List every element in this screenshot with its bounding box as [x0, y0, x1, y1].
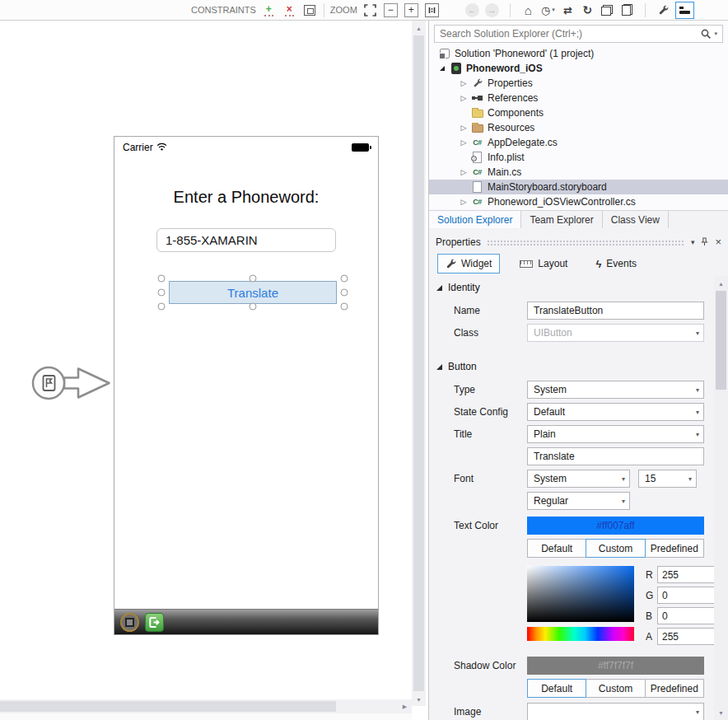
- tab-solution-explorer[interactable]: Solution Explorer: [429, 211, 521, 228]
- scrollbar-thumb[interactable]: [413, 35, 424, 691]
- back-button[interactable]: ←: [464, 2, 480, 18]
- scroll-down-icon[interactable]: ▼: [714, 706, 728, 719]
- title-style-dropdown[interactable]: Plain ▾: [527, 425, 704, 443]
- tree-item-appdelegate[interactable]: ▷ C# AppDelegate.cs: [429, 135, 728, 150]
- chevron-collapsed-icon[interactable]: ▷: [457, 168, 470, 176]
- tree-item-references[interactable]: ▷ References: [429, 91, 728, 105]
- tree-item-viewcontroller[interactable]: ▷ C# Phoneword_iOSViewController.cs: [429, 194, 728, 209]
- font-name-dropdown[interactable]: System ▾: [527, 470, 630, 488]
- zoom-in-button[interactable]: +: [404, 2, 419, 18]
- text-color-default-button[interactable]: Default: [527, 539, 586, 558]
- properties-title-bar[interactable]: Properties ▾ ×: [429, 233, 728, 250]
- collapse-all-button[interactable]: [600, 2, 615, 18]
- tab-events[interactable]: ϟ Events: [587, 254, 645, 274]
- scroll-up-icon[interactable]: ▲: [412, 21, 426, 35]
- scrollbar-thumb[interactable]: [716, 291, 726, 390]
- alpha-input[interactable]: [657, 628, 714, 645]
- shadow-color-swatch[interactable]: #ff7f7f7f: [527, 657, 704, 675]
- remove-constraint-button[interactable]: ×: [282, 2, 297, 18]
- tab-class-view[interactable]: Class View: [603, 211, 669, 228]
- section-button[interactable]: Button: [429, 355, 714, 376]
- text-color-swatch[interactable]: #ff007aff: [527, 517, 704, 535]
- initial-view-controller-handle[interactable]: [30, 360, 112, 409]
- pending-changes-filter-button[interactable]: ◷ ▾: [540, 2, 556, 18]
- selection-handle[interactable]: [341, 303, 348, 311]
- tab-team-explorer[interactable]: Team Explorer: [521, 211, 602, 228]
- tab-widget[interactable]: Widget: [437, 254, 500, 274]
- tree-item-maincs[interactable]: ▷ C# Main.cs: [429, 165, 728, 180]
- shadow-color-default-button[interactable]: Default: [527, 679, 586, 698]
- phoneword-heading-label[interactable]: Enter a Phoneword:: [114, 188, 378, 207]
- selection-handle[interactable]: [341, 275, 348, 283]
- chevron-collapsed-icon[interactable]: ▷: [457, 138, 470, 147]
- tab-layout[interactable]: Layout: [511, 254, 576, 274]
- properties-tool-button[interactable]: [656, 2, 671, 18]
- exit-segue-icon[interactable]: [145, 613, 164, 632]
- tree-item-project[interactable]: Phoneword_iOS: [429, 61, 728, 76]
- section-identity[interactable]: Identity: [429, 276, 714, 297]
- zoom-out-button[interactable]: −: [383, 2, 399, 18]
- search-button[interactable]: ▾: [695, 28, 722, 40]
- search-input[interactable]: [435, 28, 695, 40]
- chevron-collapsed-icon[interactable]: ▷: [457, 124, 470, 132]
- designer-horizontal-scrollbar[interactable]: ▶: [0, 699, 412, 713]
- shadow-color-predefined-button[interactable]: Predefined: [645, 679, 704, 698]
- shadow-color-custom-button[interactable]: Custom: [586, 679, 645, 698]
- selection-handle[interactable]: [158, 275, 166, 283]
- name-input[interactable]: [527, 302, 704, 320]
- scroll-right-icon[interactable]: ▶: [398, 699, 412, 713]
- selection-handle[interactable]: [341, 289, 348, 297]
- preview-selected-items-button[interactable]: [675, 2, 694, 19]
- storyboard-design-surface[interactable]: Carrier Enter a Phoneword: 1-855-XAMARIN…: [0, 21, 428, 720]
- phoneword-text-field[interactable]: 1-855-XAMARIN: [156, 228, 336, 252]
- chevron-expanded-icon[interactable]: [436, 66, 449, 71]
- class-dropdown[interactable]: UIButton ▾: [527, 324, 704, 342]
- refresh-button[interactable]: ↻: [580, 2, 595, 18]
- scroll-down-icon[interactable]: ▼: [412, 693, 426, 706]
- blue-input[interactable]: [657, 607, 714, 624]
- state-config-dropdown[interactable]: Default ▾: [527, 403, 704, 421]
- chevron-collapsed-icon[interactable]: ▷: [457, 79, 470, 87]
- sync-with-active-document-button[interactable]: ⇄: [560, 2, 576, 18]
- translate-button[interactable]: Translate: [169, 281, 337, 304]
- zoom-fit-button[interactable]: [362, 2, 378, 18]
- red-input[interactable]: [657, 566, 714, 583]
- properties-vertical-scrollbar[interactable]: ▲ ▼: [714, 276, 728, 720]
- pin-icon[interactable]: [700, 237, 709, 246]
- text-color-predefined-button[interactable]: Predefined: [645, 539, 704, 558]
- image-dropdown[interactable]: ▾: [527, 703, 704, 720]
- zoom-actual-size-button[interactable]: [424, 2, 440, 18]
- font-style-dropdown[interactable]: Regular ▾: [527, 492, 630, 510]
- tree-item-mainstoryboard[interactable]: MainStoryboard.storyboard: [429, 180, 728, 194]
- type-dropdown[interactable]: System ▾: [527, 381, 704, 399]
- tree-item-properties[interactable]: ▷ Properties: [429, 76, 728, 91]
- view-controller-canvas[interactable]: Carrier Enter a Phoneword: 1-855-XAMARIN…: [114, 136, 379, 635]
- green-input[interactable]: [657, 587, 714, 604]
- saturation-brightness-picker[interactable]: [527, 566, 634, 622]
- resize-frame-button[interactable]: [302, 2, 318, 18]
- scroll-up-icon[interactable]: ▲: [714, 277, 728, 290]
- translate-button-selection[interactable]: Translate: [161, 278, 344, 306]
- show-all-files-button[interactable]: [619, 2, 635, 18]
- font-size-dropdown[interactable]: 15 ▾: [638, 470, 697, 488]
- selection-handle[interactable]: [158, 303, 166, 311]
- close-icon[interactable]: ×: [715, 236, 721, 248]
- add-constraint-button[interactable]: +: [261, 2, 277, 18]
- tree-item-solution[interactable]: Solution 'Phoneword' (1 project): [429, 46, 728, 61]
- dashed-selection-icon[interactable]: [120, 613, 139, 632]
- selection-handle[interactable]: [250, 303, 257, 311]
- chevron-collapsed-icon[interactable]: ▷: [457, 94, 470, 102]
- window-position-icon[interactable]: ▾: [691, 238, 695, 246]
- home-button[interactable]: ⌂: [520, 2, 536, 18]
- title-text-input[interactable]: [527, 447, 704, 465]
- tree-item-components[interactable]: Components: [429, 105, 728, 120]
- scrollbar-thumb[interactable]: [0, 701, 336, 712]
- text-color-custom-button[interactable]: Custom: [586, 539, 645, 558]
- tree-item-infoplist[interactable]: Info.plist: [429, 150, 728, 165]
- tree-item-resources[interactable]: ▷ Resources: [429, 120, 728, 135]
- hue-slider[interactable]: [527, 627, 634, 641]
- designer-vertical-scrollbar[interactable]: ▲ ▼: [412, 21, 426, 706]
- selection-handle[interactable]: [250, 275, 257, 283]
- selection-handle[interactable]: [158, 289, 166, 297]
- chevron-collapsed-icon[interactable]: ▷: [457, 198, 470, 206]
